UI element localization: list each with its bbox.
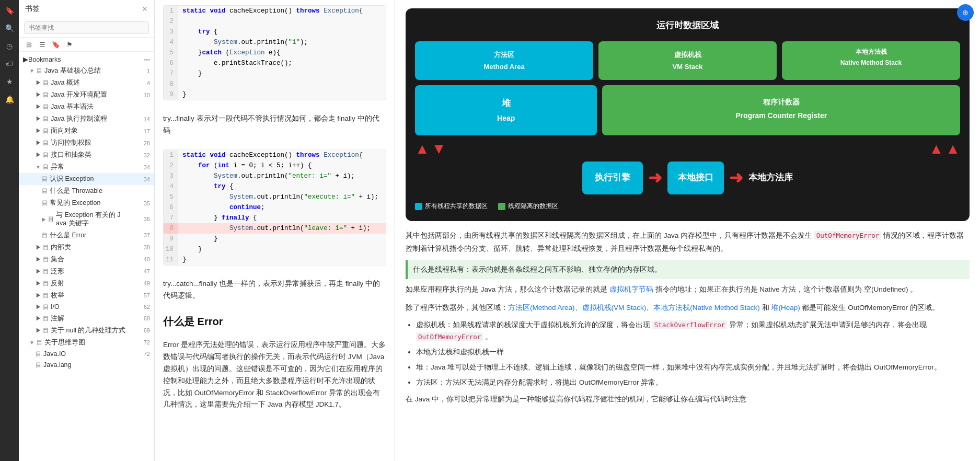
tree-item-java-env[interactable]: ▶ 目 Java 开发环境配置 10 xyxy=(19,89,154,101)
code-line: 9 } xyxy=(164,234,386,244)
tree-item-java-flow[interactable]: ▶ 目 Java 执行控制流程 14 xyxy=(19,113,154,125)
tree-item-reflection[interactable]: ▶ 目 反射 49 xyxy=(19,278,154,290)
code-pane: 1 static void cacheException() throws Ex… xyxy=(155,0,395,461)
tree-item-error[interactable]: 目 什么是 Error 37 xyxy=(19,229,154,241)
item-icon: ▶ 目 xyxy=(36,151,49,159)
down-arrow1: ▼ xyxy=(432,142,446,156)
star-icon[interactable]: ★ xyxy=(1,73,18,90)
tree-bookmarks-root[interactable]: ▶ Bookmarks ••• xyxy=(19,54,154,65)
line-content: System.out.println("execute: i=" + i); xyxy=(178,192,386,202)
tree-item-enum[interactable]: ▶ 目 枚举 57 xyxy=(19,290,154,302)
tree-item-generics[interactable]: ▶ 目 泛形 47 xyxy=(19,266,154,278)
close-icon[interactable]: ✕ xyxy=(142,5,148,13)
line-content xyxy=(178,79,386,89)
top-right-button[interactable]: ⊕ xyxy=(957,4,974,21)
content-para2: 如果应用程序执行的是 Java 方法，那么这个计数器记录的就是 虚拟机字节码 指… xyxy=(406,283,970,296)
badge: 37 xyxy=(140,232,150,238)
history-icon[interactable]: ◷ xyxy=(1,38,18,54)
tree-item-interface[interactable]: ▶ 目 接口和抽象类 32 xyxy=(19,149,154,161)
right-arrow1: ➜ xyxy=(648,163,662,193)
item-icon: ▶ 目 xyxy=(36,292,49,299)
jvm-bottom-row: 执行引擎 ➜ 本地接口 ➜ 本地方法库 xyxy=(415,162,960,194)
bookmark2-icon[interactable]: 🔖 xyxy=(51,40,61,49)
tree-item-java-syntax[interactable]: ▶ 目 Java 基本语法 xyxy=(19,101,154,113)
para1-text: 其中包括两部分，由所有线程共享的数据区和线程隔离的数据区组成，在上面的 Java… xyxy=(406,231,964,252)
jvm-heap: 堆 Heap xyxy=(415,85,597,135)
badge: 34 xyxy=(140,176,150,182)
tree-item-annotation[interactable]: ▶ 目 注解 68 xyxy=(19,313,154,325)
bookmark-icon[interactable]: 🔖 xyxy=(1,2,18,19)
line-content: System.out.println("leave: i=" + i); xyxy=(178,223,386,234)
jvm-diagram: 运行时数据区域 方法区 Method Area 虚拟机栈 VM Stack 本地… xyxy=(406,8,970,221)
search-icon[interactable]: 🔍 xyxy=(1,20,18,37)
tree-item-java-overview[interactable]: ▶ 目 Java 概述 4 xyxy=(19,77,154,89)
tree-item-access[interactable]: ▶ 目 访问控制权限 28 xyxy=(19,137,154,149)
code-block-2: ◀ ◀ 1 static void cacheException() throw… xyxy=(163,149,386,266)
item-icon: 目 xyxy=(36,361,41,369)
arrows-left: ▲ ▼ xyxy=(415,142,446,156)
sidebar-header-icons: ✕ xyxy=(142,5,148,13)
jvm-boxes-row1: 方法区 Method Area 虚拟机栈 VM Stack 本地方法栈 Nati… xyxy=(415,41,960,80)
link-heap[interactable]: 堆(Heap) xyxy=(771,304,800,312)
oom-code: OutOfMemoryError xyxy=(814,231,881,240)
grid-icon[interactable]: ⊞ xyxy=(24,40,33,49)
list-icon[interactable]: ☰ xyxy=(38,40,47,49)
sidebar: 书签 ✕ ⊞ ☰ 🔖 ⚑ ▶ Bookmarks ••• ▼ 目 Java 基础… xyxy=(19,0,155,461)
tree-item-exception-recognize[interactable]: 目 认识 Exception 34 xyxy=(19,173,154,185)
tree-item-oop[interactable]: ▶ 目 面向对象 17 xyxy=(19,125,154,137)
tree-item-keywords[interactable]: ▶ 目 与 Exception 有关的 Java 关键字 36 xyxy=(19,209,154,229)
code-line: 6 continue; xyxy=(164,202,386,213)
tree-item-exception-folder[interactable]: ▼ 目 异常 34 xyxy=(19,161,154,173)
bullet-item-method-area: 方法区：方法区无法满足内存分配需求时，将抛出 OutOfMemoryError … xyxy=(416,377,970,389)
content-para1: 其中包括两部分，由所有线程共享的数据区和线程隔离的数据区组成，在上面的 Java… xyxy=(406,229,970,255)
tree-item-label: 面向对象 xyxy=(51,126,78,135)
bell-icon[interactable]: 🔔 xyxy=(1,91,18,108)
flag-icon[interactable]: ⚑ xyxy=(65,40,74,49)
tree-item-label: Java 基础核心总结 xyxy=(44,66,101,75)
expand-arrow: ▼ xyxy=(36,164,41,170)
tree-item-label: Java 开发环境配置 xyxy=(51,90,107,99)
item-icon: ▶ 目 xyxy=(36,91,49,99)
line-num: 5 xyxy=(164,48,178,58)
more-icon[interactable]: ••• xyxy=(144,56,150,63)
code-line: 4 try { xyxy=(164,181,386,192)
para4-text: 在 Java 中，你可以把异常理解为是一种能够提高你代码程序健壮性的机制，它能够… xyxy=(406,395,746,403)
item-icon: ▶ 目 xyxy=(36,303,49,311)
tree-item-inner-class[interactable]: ▶ 目 内部类 38 xyxy=(19,241,154,253)
item-icon: ▶ 目 xyxy=(36,280,49,287)
error-desc: Error 是程序无法处理的错误，表示运行应用程序中较严重问题。大多数错误与代码… xyxy=(155,332,395,419)
arrow-icon: ▶ xyxy=(23,55,28,63)
line-num: 9 xyxy=(164,89,178,100)
line-content: static void cacheException() throws Exce… xyxy=(178,150,386,160)
tree-item-java-io[interactable]: 目 Java.IO 72 xyxy=(19,349,154,360)
line-content: e.printStackTrace(); xyxy=(178,58,386,68)
expand-arrow: ▼ xyxy=(29,340,34,345)
jvm-vm-stack-en: VM Stack xyxy=(602,61,774,73)
tree-item-io[interactable]: ▶ 目 I/O 62 xyxy=(19,302,154,313)
badge: 4 xyxy=(140,80,150,86)
link-native-stack[interactable]: 本地方法栈(Native Method Stack) xyxy=(653,304,760,312)
tree-item-mindmap[interactable]: ▼ 目 关于思维导图 72 xyxy=(19,337,154,349)
tree-item-throwable[interactable]: 目 什么是 Throwable xyxy=(19,185,154,197)
jvm-legend: 所有线程共享的数据区 线程隔离的数据区 xyxy=(415,201,960,212)
sidebar-title: 书签 xyxy=(25,4,40,14)
tag-icon[interactable]: 🏷 xyxy=(1,55,18,72)
search-input[interactable] xyxy=(24,21,149,34)
badge: 47 xyxy=(140,268,150,274)
tree-item-collection[interactable]: ▶ 目 集合 40 xyxy=(19,253,154,266)
tree-item-common-exception[interactable]: 目 常见的 Exception 35 xyxy=(19,197,154,209)
badge: 10 xyxy=(140,92,150,98)
code-line: 4 System.out.println("1"); xyxy=(164,37,386,48)
badge: 57 xyxy=(140,292,150,298)
tree-item-java-base[interactable]: ▼ 目 Java 基础核心总结 1 xyxy=(19,65,154,77)
error-desc-text: Error 是程序无法处理的错误，表示运行应用程序中较严重问题。大多数错误与代码… xyxy=(163,339,386,411)
link-method-area[interactable]: 方法区(Method Area) xyxy=(508,304,575,312)
link-vm-stack[interactable]: 虚拟机栈(VM Stack) xyxy=(582,304,647,312)
line-num: 1 xyxy=(164,6,178,16)
tree-item-null[interactable]: ▶ 目 关于 null 的几种处理方式 69 xyxy=(19,325,154,337)
legend-text-2: 线程隔离的数据区 xyxy=(508,201,558,212)
jvm-exec-engine: 执行引擎 xyxy=(582,162,643,194)
tree-item-java-lang[interactable]: 目 Java.lang xyxy=(19,360,154,371)
tree-item-label: 什么是 Throwable xyxy=(50,187,102,195)
link-bytecode[interactable]: 虚拟机字节码 xyxy=(609,285,653,293)
